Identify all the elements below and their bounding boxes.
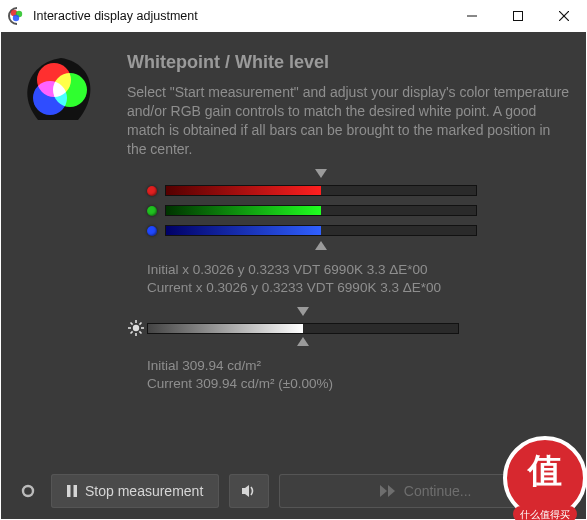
svg-rect-4 [514,12,523,21]
app-icon [8,7,26,25]
target-marker-bottom-icon [315,241,327,250]
lum-target-marker-bottom-icon [297,337,309,346]
loop-indicator-icon[interactable] [15,484,41,498]
red-bar [165,185,477,196]
blue-dot-icon [147,226,157,236]
svg-point-10 [133,325,139,331]
luminance-initial: Initial 309.94 cd/m² [147,357,572,375]
continue-button[interactable]: Continue... [279,474,572,508]
target-marker-top-icon [315,169,327,178]
close-button[interactable] [541,0,587,32]
minimize-button[interactable] [449,0,495,32]
svg-point-19 [23,486,33,496]
luminance-bar [147,323,459,334]
window-title: Interactive display adjustment [33,9,198,23]
svg-line-18 [131,331,133,333]
luminance-current: Current 309.94 cd/m² (±0.00%) [147,375,572,393]
pause-icon [67,485,77,497]
luminance-bar-fill [148,324,303,333]
blue-bar [165,225,477,236]
page-title: Whitepoint / White level [127,52,572,73]
svg-rect-21 [74,485,78,497]
svg-point-9 [33,81,67,115]
whitepoint-initial: Initial x 0.3026 y 0.3233 VDT 6990K 3.3 … [147,261,572,279]
svg-line-16 [139,331,141,333]
brightness-icon [127,319,145,337]
green-bar-fill [166,206,321,215]
svg-rect-20 [67,485,71,497]
green-bar [165,205,477,216]
luminance-readings: Initial 309.94 cd/m² Current 309.94 cd/m… [147,357,572,393]
svg-point-2 [13,15,19,21]
svg-line-15 [131,323,133,325]
sound-button[interactable] [229,474,269,508]
titlebar: Interactive display adjustment [0,0,587,32]
maximize-button[interactable] [495,0,541,32]
stop-measurement-button[interactable]: Stop measurement [51,474,219,508]
continue-button-label: Continue... [404,483,472,499]
stop-button-label: Stop measurement [85,483,203,499]
svg-line-17 [139,323,141,325]
rgb-venn-icon [15,52,107,159]
red-dot-icon [147,186,157,196]
fast-forward-icon [380,485,396,497]
red-bar-fill [166,186,321,195]
green-dot-icon [147,206,157,216]
speaker-icon [241,484,257,498]
whitepoint-readings: Initial x 0.3026 y 0.3233 VDT 6990K 3.3 … [147,261,572,297]
luminance-block [127,307,572,349]
lum-target-marker-top-icon [297,307,309,316]
rgb-bars [147,169,572,253]
instructions-text: Select "Start measurement" and adjust yo… [127,83,572,159]
whitepoint-current: Current x 0.3026 y 0.3233 VDT 6990K 3.3 … [147,279,572,297]
blue-bar-fill [166,226,321,235]
